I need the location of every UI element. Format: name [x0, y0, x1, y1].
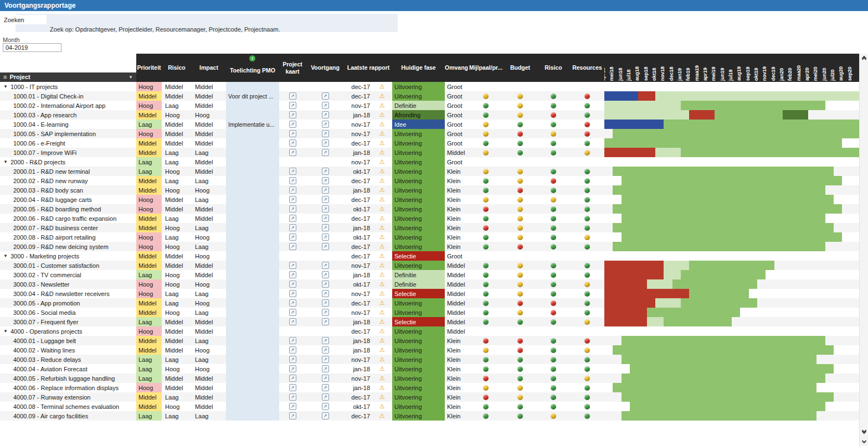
progress-link-icon[interactable]: ↗: [322, 215, 329, 222]
project-row[interactable]: 1000.06 - e-FreightMiddelMiddelMiddel↗↗d…: [0, 138, 859, 148]
project-header-bar[interactable]: ≡ Project ▼: [0, 72, 136, 82]
progress-link-icon[interactable]: ↗: [322, 224, 329, 231]
progress-link-icon[interactable]: ↗: [322, 139, 329, 147]
project-card-link-icon[interactable]: ↗: [289, 139, 296, 147]
project-row[interactable]: 2000.04 - R&D luggage cartsHoogMiddelLaa…: [0, 195, 859, 204]
project-row[interactable]: 2000.02 - R&D new runwayMiddelLaagLaag↗↗…: [0, 176, 859, 185]
project-card-link-icon[interactable]: ↗: [289, 149, 296, 156]
project-card-link-icon[interactable]: ↗: [289, 262, 296, 269]
progress-link-icon[interactable]: ↗: [322, 412, 329, 419]
project-row[interactable]: 3000.01 - Customer satisfactionMiddelMid…: [0, 261, 859, 270]
project-card-link-icon[interactable]: ↗: [289, 271, 296, 278]
progress-link-icon[interactable]: ↗: [322, 281, 329, 288]
progress-link-icon[interactable]: ↗: [322, 205, 329, 212]
progress-link-icon[interactable]: ↗: [322, 177, 329, 184]
project-card-link-icon[interactable]: ↗: [289, 92, 296, 100]
group-row[interactable]: ▼1000 - IT projectsHoogMiddelMiddeldec-1…: [0, 82, 859, 91]
progress-link-icon[interactable]: ↗: [322, 111, 329, 118]
chevron-down-icon[interactable]: ▼: [129, 75, 133, 80]
project-card-link-icon[interactable]: ↗: [289, 403, 296, 410]
project-row[interactable]: 2000.01 - R&D new terminalLaagHoogMiddel…: [0, 167, 859, 176]
project-card-link-icon[interactable]: ↗: [289, 215, 296, 222]
project-row[interactable]: 4000.09 - Air cargo facilitiesLaagLaagLa…: [0, 411, 859, 421]
collapse-arrow-icon[interactable]: ▼: [3, 84, 8, 89]
project-row[interactable]: 4000.05 - Refurbish luggage handlingLaag…: [0, 374, 859, 383]
progress-link-icon[interactable]: ↗: [322, 356, 329, 363]
progress-link-icon[interactable]: ↗: [322, 149, 329, 156]
project-card-link-icon[interactable]: ↗: [289, 234, 296, 241]
project-card-link-icon[interactable]: ↗: [289, 130, 296, 137]
project-row[interactable]: 1000.02 - International Airport appHoogL…: [0, 101, 859, 110]
group-row[interactable]: ▼2000 - R&D projectsLaagLaagMiddelnov-17…: [0, 157, 859, 167]
progress-link-icon[interactable]: ↗: [322, 196, 329, 203]
progress-link-icon[interactable]: ↗: [322, 384, 329, 391]
progress-link-icon[interactable]: ↗: [322, 346, 329, 354]
scroll-down-button[interactable]: [860, 436, 868, 446]
project-row[interactable]: 3000.07 - Frequent flyerLaagMiddelMiddel…: [0, 317, 859, 326]
project-row[interactable]: 4000.01 - Luggage beltMiddelMiddelLaag↗↗…: [0, 336, 859, 345]
progress-link-icon[interactable]: ↗: [322, 102, 329, 109]
project-card-link-icon[interactable]: ↗: [289, 290, 296, 297]
project-card-link-icon[interactable]: ↗: [289, 299, 296, 307]
progress-link-icon[interactable]: ↗: [322, 186, 329, 194]
progress-link-icon[interactable]: ↗: [322, 234, 329, 241]
project-card-link-icon[interactable]: ↗: [289, 281, 296, 288]
project-row[interactable]: 3000.03 - NewsletterHoogHoogHoog↗↗okt-17…: [0, 279, 859, 289]
search-input[interactable]: [2, 15, 47, 24]
project-row[interactable]: 3000.04 - R&D newsletter receiversHoogLa…: [0, 289, 859, 298]
project-card-link-icon[interactable]: ↗: [289, 309, 296, 316]
progress-link-icon[interactable]: ↗: [322, 168, 329, 175]
project-row[interactable]: 1000.05 - SAP implementationHoogMiddelMi…: [0, 129, 859, 138]
progress-link-icon[interactable]: ↗: [322, 299, 329, 307]
group-row[interactable]: ▼4000 - Operations projectsHoogMiddelMid…: [0, 326, 859, 336]
scroll-page-down-button[interactable]: [860, 426, 868, 436]
project-card-link-icon[interactable]: ↗: [289, 337, 296, 344]
project-card-link-icon[interactable]: ↗: [289, 384, 296, 391]
project-card-link-icon[interactable]: ↗: [289, 102, 296, 109]
project-card-link-icon[interactable]: ↗: [289, 375, 296, 382]
month-input[interactable]: [3, 43, 61, 52]
project-row[interactable]: 4000.06 - Replace information displaysHo…: [0, 383, 859, 392]
project-row[interactable]: 4000.08 - Terminal schemes evaluationMid…: [0, 402, 859, 411]
progress-link-icon[interactable]: ↗: [322, 393, 329, 401]
project-row[interactable]: 2000.07 - R&D business centerMiddelHoogL…: [0, 223, 859, 232]
project-card-link-icon[interactable]: ↗: [289, 111, 296, 118]
group-row[interactable]: ▼3000 - Marketing projectsMiddelMiddelHo…: [0, 251, 859, 261]
progress-link-icon[interactable]: ↗: [322, 337, 329, 344]
project-card-link-icon[interactable]: ↗: [289, 224, 296, 231]
vertical-scrollbar[interactable]: [859, 54, 868, 446]
project-card-link-icon[interactable]: ↗: [289, 243, 296, 250]
project-row[interactable]: 3000.06 - Social mediaMiddelHoogLaag↗↗no…: [0, 308, 859, 317]
progress-link-icon[interactable]: ↗: [322, 290, 329, 297]
project-row[interactable]: 1000.07 - Improve WiFiMiddelLaagLaag↗↗ja…: [0, 148, 859, 157]
project-row[interactable]: 3000.02 - TV commercialLaagHoogMiddel↗↗j…: [0, 270, 859, 279]
progress-link-icon[interactable]: ↗: [322, 130, 329, 137]
info-icon[interactable]: i: [249, 55, 255, 61]
project-card-link-icon[interactable]: ↗: [289, 186, 296, 194]
project-row[interactable]: 1000.04 - E-learningLaagMiddelMiddelImpl…: [0, 120, 859, 129]
collapse-arrow-icon[interactable]: ▼: [3, 159, 8, 164]
project-card-link-icon[interactable]: ↗: [289, 318, 296, 325]
project-card-link-icon[interactable]: ↗: [289, 412, 296, 419]
project-row[interactable]: 2000.05 - R&D boarding methodHoogMiddelM…: [0, 204, 859, 214]
progress-link-icon[interactable]: ↗: [322, 365, 329, 372]
project-row[interactable]: 1000.01 - Digital Check-inMiddelMiddelMi…: [0, 91, 859, 101]
progress-link-icon[interactable]: ↗: [322, 121, 329, 128]
project-row[interactable]: 4000.07 - Runway extensionMiddelLaagMidd…: [0, 392, 859, 402]
project-card-link-icon[interactable]: ↗: [289, 356, 296, 363]
project-row[interactable]: 2000.06 - R&D cargo traffic expansionMid…: [0, 214, 859, 223]
project-card-link-icon[interactable]: ↗: [289, 177, 296, 184]
project-row[interactable]: 4000.04 - Aviation ForecastLaagHoogHoog↗…: [0, 364, 859, 374]
project-row[interactable]: 1000.03 - App researchMiddelHoogHoog↗↗ja…: [0, 110, 859, 120]
project-card-link-icon[interactable]: ↗: [289, 168, 296, 175]
project-card-link-icon[interactable]: ↗: [289, 196, 296, 203]
project-card-link-icon[interactable]: ↗: [289, 393, 296, 401]
project-row[interactable]: 4000.03 - Reduce delaysLaagLaagLaag↗↗nov…: [0, 355, 859, 364]
progress-link-icon[interactable]: ↗: [322, 92, 329, 100]
progress-link-icon[interactable]: ↗: [322, 309, 329, 316]
project-card-link-icon[interactable]: ↗: [289, 121, 296, 128]
scroll-up-button[interactable]: [860, 54, 868, 64]
project-card-link-icon[interactable]: ↗: [289, 365, 296, 372]
project-card-link-icon[interactable]: ↗: [289, 346, 296, 354]
progress-link-icon[interactable]: ↗: [322, 262, 329, 269]
